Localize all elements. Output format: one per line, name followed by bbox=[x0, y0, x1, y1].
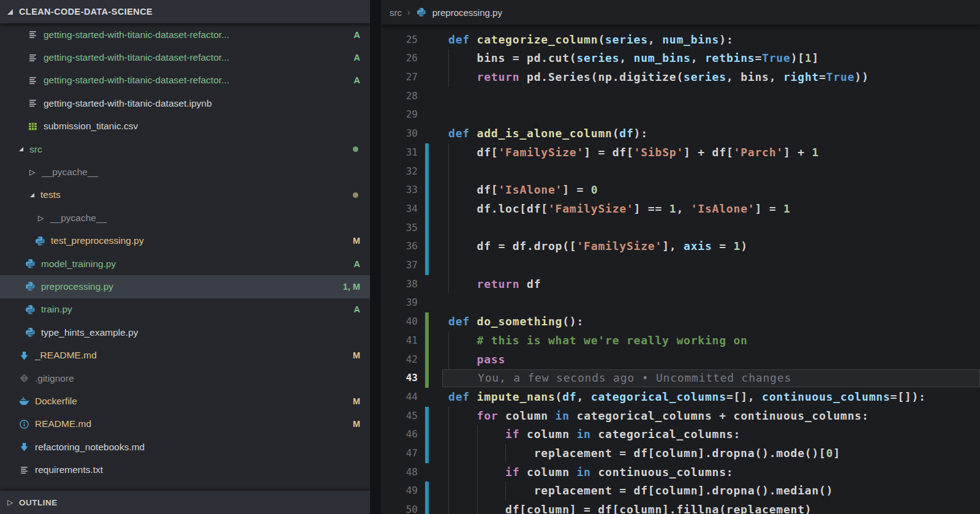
code-line-35[interactable]: 35 bbox=[381, 219, 980, 238]
code-line-41[interactable]: 41 # this is what we're really working o… bbox=[381, 331, 980, 350]
code-line-43[interactable]: 43You, a few seconds ago • Uncommitted c… bbox=[381, 369, 980, 388]
gutter-modified-indicator bbox=[425, 256, 429, 275]
git-status-badge: A bbox=[354, 259, 370, 269]
file-row-test-preprocessing-py[interactable]: test_preprocessing.pyM bbox=[0, 230, 370, 252]
folder-row--pycache-[interactable]: ▷__pycache__ bbox=[0, 161, 370, 183]
markdown-icon bbox=[18, 442, 29, 453]
code-line-48[interactable]: 48 if column in continuous_columns: bbox=[381, 463, 980, 482]
gutter-modified-indicator bbox=[425, 200, 429, 219]
python-icon bbox=[416, 7, 427, 18]
gutter-added-indicator bbox=[425, 331, 429, 350]
outline-section-header[interactable]: ▷ OUTLINE bbox=[0, 491, 370, 514]
git-status-badge: M bbox=[353, 419, 370, 429]
file-row-requirements-txt[interactable]: requirements.txt bbox=[0, 458, 370, 481]
code-line-31[interactable]: 31 df['FamilySize'] = df['SibSp'] + df['… bbox=[381, 143, 980, 162]
code-text: replacement = df[column].dropna().median… bbox=[448, 482, 833, 501]
code-line-33[interactable]: 33 df['IsAlone'] = 0 bbox=[381, 181, 980, 200]
file-row--readme-md[interactable]: _README.mdM bbox=[0, 344, 370, 366]
line-number: 36 bbox=[381, 237, 418, 256]
code-line-38[interactable]: 38 return df bbox=[381, 275, 980, 294]
file-row-getting-started-with-titanic-dataset-ipynb[interactable]: getting-started-with-titanic-dataset.ipy… bbox=[0, 92, 370, 115]
file-row-train-py[interactable]: train.pyA bbox=[0, 298, 370, 321]
git-status-badge: 1, M bbox=[343, 282, 370, 292]
folder-row-src[interactable]: src bbox=[0, 138, 370, 161]
indent-guide bbox=[448, 256, 449, 275]
code-line-40[interactable]: 40def do_something(): bbox=[381, 312, 980, 331]
code-line-39[interactable]: 39 bbox=[381, 293, 980, 312]
line-number: 29 bbox=[381, 105, 418, 124]
code-text: df[column] = df[column].fillna(replaceme… bbox=[448, 501, 812, 514]
line-number: 43 bbox=[381, 369, 418, 388]
git-status-dot bbox=[353, 146, 358, 152]
line-number: 37 bbox=[381, 256, 418, 275]
code-line-49[interactable]: 49 replacement = df[column].dropna().med… bbox=[381, 482, 980, 501]
file-row-getting-started-with-titanic-dataset-refactor-[interactable]: getting-started-with-titanic-dataset-ref… bbox=[0, 69, 370, 92]
code-editor[interactable]: 2425def categorize_column(series, num_bi… bbox=[381, 0, 980, 514]
file-row-preprocessing-py[interactable]: preprocessing.py1, M bbox=[0, 275, 370, 298]
line-number: 25 bbox=[381, 31, 418, 50]
file-row-submission-titanic-csv[interactable]: submission_titanic.csv bbox=[0, 115, 370, 138]
code-text: # this is what we're really working on bbox=[448, 331, 748, 350]
vscode-window: CLEAN-CODE-DATA-SCIENCE getting-started-… bbox=[0, 0, 980, 514]
code-line-25[interactable]: 25def categorize_column(series, num_bins… bbox=[381, 31, 980, 50]
python-icon bbox=[24, 304, 36, 315]
file-name: train.py bbox=[41, 304, 349, 315]
file-name: submission_titanic.csv bbox=[43, 121, 370, 132]
editor-pane: src › preprocessing.py 2425def categoriz… bbox=[381, 0, 980, 514]
line-number: 45 bbox=[381, 407, 418, 426]
breadcrumb-folder[interactable]: src bbox=[390, 7, 402, 18]
file-row-model-training-py[interactable]: model_training.pyA bbox=[0, 252, 370, 275]
python-icon bbox=[24, 259, 36, 270]
code-line-26[interactable]: 26 bins = pd.cut(series, num_bins, retbi… bbox=[381, 49, 980, 68]
file-name: test_preprocessing.py bbox=[51, 235, 347, 246]
line-number: 31 bbox=[381, 143, 418, 162]
gutter-modified-indicator bbox=[425, 237, 429, 256]
code-text: if column in categorical_columns: bbox=[448, 425, 741, 444]
code-line-36[interactable]: 36 df = df.drop(['FamilySize'], axis = 1… bbox=[381, 237, 980, 256]
git-status-badge: M bbox=[353, 350, 370, 360]
line-number: 46 bbox=[381, 425, 418, 444]
explorer-section-header[interactable]: CLEAN-CODE-DATA-SCIENCE bbox=[0, 0, 370, 23]
file-row-getting-started-with-titanic-dataset-refactor-[interactable]: getting-started-with-titanic-dataset-ref… bbox=[0, 23, 370, 46]
line-number: 49 bbox=[381, 482, 418, 501]
code-text: def do_something(): bbox=[448, 312, 584, 331]
file-name: README.md bbox=[35, 418, 347, 429]
line-number: 26 bbox=[381, 49, 418, 68]
code-line-37[interactable]: 37 bbox=[381, 256, 980, 275]
git-status-badge: A bbox=[354, 53, 370, 62]
code-line-50[interactable]: 50 df[column] = df[column].fillna(replac… bbox=[381, 501, 980, 514]
code-line-46[interactable]: 46 if column in categorical_columns: bbox=[381, 425, 980, 444]
python-icon bbox=[34, 235, 45, 246]
file-row-type-hints-example-py[interactable]: type_hints_example.py bbox=[0, 321, 370, 344]
gitlens-blame-annotation: You, a few seconds ago • Uncommitted cha… bbox=[442, 369, 980, 387]
code-text: def add_is_alone_column(df): bbox=[448, 124, 648, 143]
code-text: def categorize_column(series, num_bins): bbox=[448, 31, 734, 50]
code-line-44[interactable]: 44def impute_nans(df, categorical_column… bbox=[381, 388, 980, 407]
code-line-32[interactable]: 32 bbox=[381, 162, 980, 181]
code-line-45[interactable]: 45 for column in categorical_columns + c… bbox=[381, 407, 980, 426]
pane-divider[interactable] bbox=[370, 0, 381, 514]
csv-icon bbox=[27, 121, 38, 132]
code-line-29[interactable]: 29 bbox=[381, 105, 980, 124]
code-line-47[interactable]: 47 replacement = df[column].dropna().mod… bbox=[381, 444, 980, 463]
file-name: Dockerfile bbox=[35, 396, 347, 407]
file-name: refactoring_notebooks.md bbox=[35, 442, 370, 453]
code-line-27[interactable]: 27 return pd.Series(np.digitize(series, … bbox=[381, 68, 980, 87]
file-row-refactoring-notebooks-md[interactable]: refactoring_notebooks.md bbox=[0, 436, 370, 458]
folder-row-tests[interactable]: tests bbox=[0, 184, 370, 206]
file-name: getting-started-with-titanic-dataset.ipy… bbox=[43, 98, 370, 109]
code-line-30[interactable]: 30def add_is_alone_column(df): bbox=[381, 124, 980, 143]
line-number: 38 bbox=[381, 275, 418, 294]
code-line-34[interactable]: 34 df.loc[df['FamilySize'] == 1, 'IsAlon… bbox=[381, 200, 980, 219]
file-row--gitignore[interactable]: .gitignore bbox=[0, 367, 370, 390]
code-line-28[interactable]: 28 bbox=[381, 87, 980, 106]
breadcrumb-file[interactable]: preprocessing.py bbox=[432, 7, 502, 18]
folder-row--pycache-[interactable]: ▷__pycache__ bbox=[0, 206, 370, 229]
code-line-42[interactable]: 42 pass bbox=[381, 350, 980, 369]
file-name: __pycache__ bbox=[50, 213, 370, 224]
file-row-getting-started-with-titanic-dataset-refactor-[interactable]: getting-started-with-titanic-dataset-ref… bbox=[0, 46, 370, 69]
file-row-dockerfile[interactable]: DockerfileM bbox=[0, 390, 370, 412]
file-row-readme-md[interactable]: README.mdM bbox=[0, 413, 370, 436]
code-text: return df bbox=[448, 275, 541, 294]
chevron-expanded-icon bbox=[7, 9, 13, 15]
